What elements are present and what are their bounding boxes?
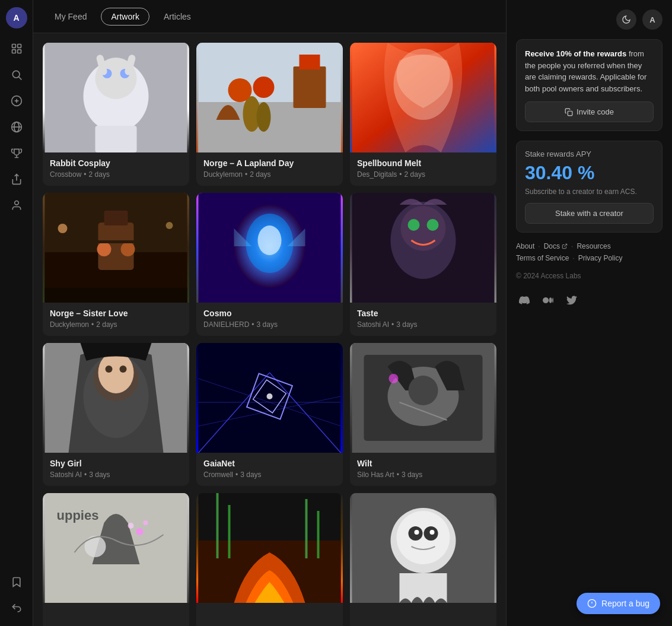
svg-point-76 (128, 523, 134, 529)
svg-rect-37 (45, 240, 187, 243)
card-title: Taste (357, 309, 489, 318)
card-norge-sister-love[interactable]: Norge – Sister Love Duckylemon•2 days (43, 193, 189, 336)
card-norge-lapland[interactable]: Norge – A Lapland Day Duckylemon•2 days (196, 43, 343, 186)
referral-text: Receive 10% of the rewards from the peop… (525, 48, 654, 94)
footer-links-2: Terms of Service · Privacy Policy (516, 254, 663, 262)
svg-text:uppies: uppies (57, 508, 99, 523)
card-spellbound-melt[interactable]: Spellbound Melt Des_Digitals•2 days (350, 43, 496, 186)
content-area: Rabbit Cosplay Crossbow•2 days (33, 33, 506, 626)
footer-link-resources[interactable]: Resources (577, 242, 610, 250)
svg-rect-82 (317, 511, 320, 558)
svg-point-64 (267, 393, 273, 399)
medium-icon[interactable] (540, 292, 556, 309)
svg-point-75 (144, 520, 148, 525)
card-title: Norge – A Lapland Day (203, 158, 336, 168)
svg-point-4 (12, 71, 20, 78)
sidebar-icon-user[interactable] (6, 195, 27, 216)
svg-rect-0 (12, 45, 15, 48)
footer-link-privacy[interactable]: Privacy Policy (578, 254, 623, 262)
footer-link-tos[interactable]: Terms of Service (516, 254, 569, 262)
sidebar-icon-home[interactable] (6, 38, 27, 59)
right-top-icons: A (516, 9, 663, 30)
footer-copyright: © 2024 Access Labs (516, 272, 663, 280)
card-title: Spellbound Melt (357, 158, 489, 168)
tab-artwork[interactable]: Artwork (101, 8, 149, 26)
referral-box: Receive 10% of the rewards from the peop… (516, 39, 663, 131)
card-fire[interactable] (196, 493, 343, 626)
discord-icon[interactable] (516, 292, 533, 309)
dark-mode-button[interactable] (616, 9, 636, 30)
card-cosmo[interactable]: Cosmo DANIELHERD•3 days (196, 193, 343, 336)
svg-rect-80 (228, 505, 231, 558)
stake-sub: Subscribe to a creator to earn ACS. (525, 188, 654, 196)
sidebar-icon-add[interactable] (6, 90, 27, 112)
sidebar-icon-back[interactable] (6, 598, 27, 619)
top-navigation: My Feed Artwork Articles (33, 0, 506, 33)
svg-rect-23 (294, 66, 326, 108)
card-ghost[interactable] (350, 493, 496, 626)
svg-point-73 (85, 536, 106, 557)
invite-code-button[interactable]: Invite code (525, 101, 654, 122)
stake-label: Stake rewards APY (525, 150, 654, 158)
card-uppies[interactable]: uppies (43, 493, 189, 626)
svg-rect-81 (305, 499, 308, 558)
sidebar-icon-trophy[interactable] (6, 142, 27, 164)
svg-rect-1 (17, 45, 21, 48)
left-sidebar: A (0, 0, 33, 626)
card-taste[interactable]: Taste Satoshi AI•3 days (350, 193, 496, 336)
avatar[interactable]: A (6, 7, 27, 28)
card-meta: Duckylemon•2 days (203, 170, 336, 179)
card-title: Rabbit Cosplay (50, 158, 182, 168)
svg-line-5 (18, 77, 21, 80)
stake-creator-button[interactable]: Stake with a creator (525, 203, 654, 224)
card-meta: DANIELHERD•3 days (203, 320, 336, 329)
artwork-grid: Rabbit Cosplay Crossbow•2 days (43, 43, 496, 626)
card-meta: Crossbow•2 days (50, 170, 182, 179)
svg-point-68 (409, 376, 438, 405)
svg-rect-3 (17, 50, 21, 53)
card-gaianet[interactable]: GaiaNet Cromwell•3 days (196, 343, 343, 486)
translate-button[interactable]: A (642, 9, 663, 30)
footer-link-docs[interactable]: Docs (544, 242, 568, 250)
sidebar-icon-search[interactable] (6, 64, 27, 85)
main-content: My Feed Artwork Articles (33, 0, 506, 626)
card-shy-girl[interactable]: Shy Girl Satoshi AI•3 days (43, 343, 189, 486)
card-title: Wilt (357, 459, 489, 468)
svg-point-26 (257, 102, 271, 132)
svg-point-39 (166, 222, 173, 229)
sidebar-icon-bookmark[interactable] (6, 571, 27, 593)
card-title: GaiaNet (203, 459, 336, 468)
svg-point-70 (389, 374, 399, 383)
card-wilt[interactable]: Wilt Silo Has Art•3 days (350, 343, 496, 486)
svg-point-36 (121, 242, 135, 256)
footer-social (516, 292, 663, 309)
card-meta: Cromwell•3 days (203, 471, 336, 479)
svg-point-54 (106, 366, 113, 373)
card-meta: Des_Digitals•2 days (357, 170, 489, 179)
sidebar-icon-share[interactable] (6, 169, 27, 190)
svg-point-88 (415, 530, 419, 535)
card-meta: Satoshi AI•3 days (50, 471, 182, 479)
svg-point-74 (136, 528, 144, 535)
footer-links: About · Docs · Resources (516, 242, 663, 250)
report-bug-button[interactable]: Report a bug (577, 593, 660, 614)
card-title: Norge – Sister Love (50, 309, 182, 318)
card-title: Shy Girl (50, 459, 182, 468)
svg-point-85 (397, 511, 450, 564)
tab-my-feed[interactable]: My Feed (45, 8, 96, 25)
card-rabbit-cosplay[interactable]: Rabbit Cosplay Crossbow•2 days (43, 43, 189, 186)
svg-point-27 (228, 78, 252, 102)
svg-point-48 (408, 219, 420, 231)
card-title: Cosmo (203, 309, 336, 318)
stake-apy: 30.40 % (525, 162, 654, 184)
twitter-icon[interactable] (563, 292, 580, 309)
svg-rect-2 (12, 50, 15, 53)
sidebar-icon-globe[interactable] (6, 116, 27, 138)
tab-articles[interactable]: Articles (154, 8, 200, 25)
svg-point-44 (258, 225, 282, 255)
svg-rect-24 (300, 55, 320, 69)
footer-link-about[interactable]: About (516, 242, 534, 250)
card-meta: Silo Has Art•3 days (357, 471, 489, 479)
svg-point-35 (97, 242, 112, 256)
svg-rect-91 (568, 111, 572, 116)
